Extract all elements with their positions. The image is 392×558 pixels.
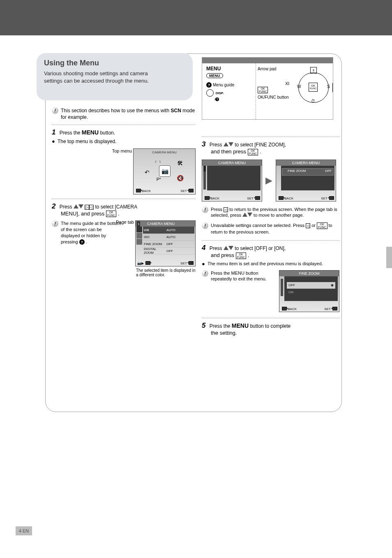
reference-diagram: MENU MENU ?Menu guide DISP. /? OK/FUNC b… <box>202 57 333 120</box>
reset-icon: ↶ <box>142 167 152 178</box>
topmenu-thumbnail: ↶ ⸢ ⸣ 📷 🛠 P* 🔇 CAMERA MENU BACK SET <box>133 148 196 194</box>
info-icon: ! <box>52 107 58 114</box>
up-arrow-icon <box>224 246 228 250</box>
okfunc-icon <box>106 211 116 217</box>
arrow-pad-icon: ± OKFUNC W S ⏱ <box>298 72 329 103</box>
scn-note: ! This section describes how to use the … <box>52 107 196 122</box>
step1-bullet: The top menu is displayed. <box>58 138 116 145</box>
timer-icon: ⏱ <box>311 99 315 103</box>
silent-icon: 🔇 <box>175 173 185 183</box>
down-arrow-icon <box>228 142 233 146</box>
down-arrow-icon <box>78 204 83 208</box>
step3-heading: 3 Press to select [FINE ZOOM], <box>202 140 339 148</box>
up-arrow-icon <box>242 213 247 217</box>
down-arrow-icon <box>247 213 252 217</box>
info-icon: ! <box>202 270 208 277</box>
ref-menu-label: MENU <box>206 66 251 72</box>
side-tab <box>386 247 392 268</box>
fine-zoom-before-thumb: CAMERA MENU BACK SET <box>202 160 262 201</box>
menu-button-icon: MENU <box>206 73 223 78</box>
transition-arrow-icon: ▶ <box>265 175 272 186</box>
left-arrow-icon: ◁ <box>306 223 310 228</box>
callout-title: Using the Menu <box>44 58 185 68</box>
left-arrow-icon: ◁ <box>224 207 228 212</box>
intro-callout: Using the Menu Various shooting mode set… <box>37 53 193 100</box>
xi-label: XI <box>285 81 289 86</box>
right-arrow-icon: ▷ <box>85 205 89 210</box>
down-arrow-icon <box>228 246 233 250</box>
okfunc-icon <box>248 149 258 155</box>
flash-icon: S <box>327 84 330 89</box>
pagetab-pointer: Page tab <box>116 220 134 225</box>
info-icon: ! <box>202 222 208 229</box>
perfectshot-icon: P* <box>153 174 164 185</box>
info-icon: ! <box>52 220 58 227</box>
up-arrow-icon <box>224 142 228 146</box>
step1-heading: 1 Press the MENU button. <box>52 128 196 137</box>
ref-guide-label: Menu guide <box>213 83 234 87</box>
okfunc-icon <box>258 87 268 93</box>
question-icon: ? <box>79 239 85 245</box>
fine-zoom-after-thumb: CAMERA MENU FINE ZOOM OFF BACK SET <box>276 160 336 201</box>
arrowpad-desc: Arrow pad <box>258 67 277 71</box>
step4-info: Press the MENU button repeatedly to exit… <box>211 270 272 282</box>
step2-selnote: The selected item is displayed in a diff… <box>136 268 196 277</box>
step5-heading: 5 Press the MENU button to complete <box>202 322 339 330</box>
macro-icon: W <box>297 84 301 89</box>
step4-bullet: The menu item is set and the previous me… <box>208 261 323 267</box>
finezoom-select-thumb: FINE ZOOM OFF◉ ON BACK SET <box>279 270 339 312</box>
topmenu-pointer: Top menu <box>112 148 132 153</box>
step4-heading: 4 Press to select [OFF] or [ON], <box>202 244 339 252</box>
page-frame: Using the Menu Various shooting mode set… <box>45 53 342 412</box>
okfunc-icon <box>317 222 327 229</box>
page-number-box: 4 EN <box>16 526 32 535</box>
info-icon: ! <box>202 206 208 213</box>
step2-heading: 2 Press ▷◁ to select [CAMERA <box>52 202 196 211</box>
okfunc-icon <box>236 252 246 259</box>
step3-info1: Press ◁ to return to the previous screen… <box>211 206 339 219</box>
up-arrow-icon <box>74 204 78 208</box>
callout-line1: Various shooting mode settings and camer… <box>44 70 185 77</box>
disp-label: DISP. <box>216 91 224 95</box>
step3-info2: Unavailable settings cannot be selected.… <box>211 222 339 235</box>
left-arrow-icon: ◁ <box>89 205 94 210</box>
exposure-comp-icon: ± <box>310 67 317 74</box>
disp-button-icon <box>206 89 214 97</box>
question-icon: ? <box>206 82 212 88</box>
cameramenu-thumbnail: 1CAMERA MENU WBAUTO ISOAUTO FINE ZOOMOFF… <box>135 220 196 266</box>
doc-header <box>0 0 392 35</box>
callout-line2: settings can be accessed through the men… <box>44 77 185 85</box>
setup-icon: 🛠 <box>175 158 185 169</box>
okfunc-center: OKFUNC <box>309 83 318 92</box>
